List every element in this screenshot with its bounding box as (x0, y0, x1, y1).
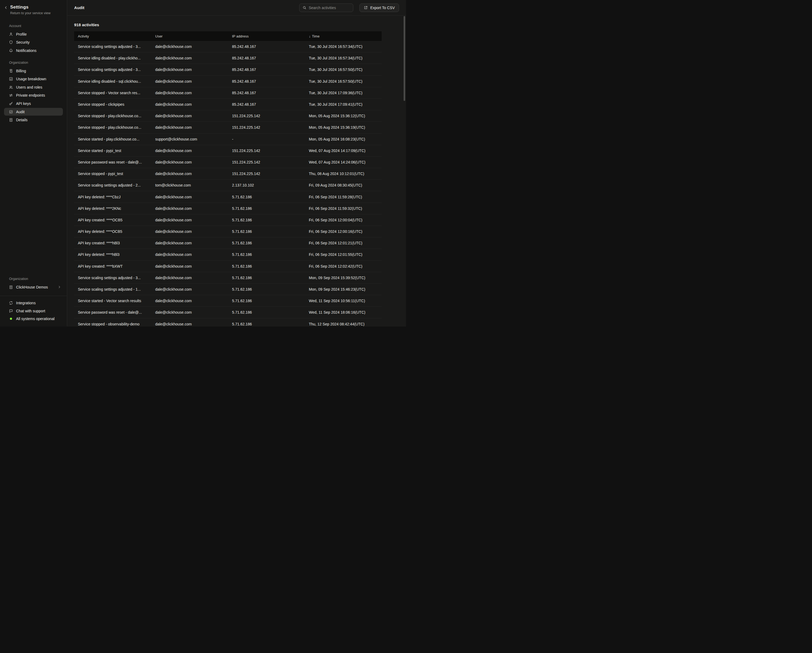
cell-user: dale@clickhouse.com (151, 241, 228, 245)
sidebar-item-notifications[interactable]: Notifications (4, 47, 63, 54)
cell-activity: API key deleted: ****CbzJ (74, 195, 151, 199)
cell-user: dale@clickhouse.com (151, 67, 228, 72)
sidebar-item-label: Private endpoints (16, 93, 45, 98)
sidebar-item-security[interactable]: Security (4, 38, 63, 46)
cell-ip-address: 85.242.48.167 (228, 91, 305, 95)
table-row: API key deleted: ****CbzJdale@clickhouse… (74, 191, 382, 203)
table-row: Service scaling settings adjusted - 1...… (74, 284, 382, 295)
export-csv-button[interactable]: Export To CSV (359, 3, 399, 12)
cell-activity: Service scaling settings adjusted - 2... (74, 183, 151, 187)
column-header-time[interactable]: ↓Time (305, 34, 382, 38)
cell-activity: Service password was reset - dale@... (74, 310, 151, 314)
cell-time: Mon, 05 Aug 2024 16:08:23(UTC) (305, 137, 382, 141)
cell-time: Tue, 30 Jul 2024 16:57:34(UTC) (305, 56, 382, 60)
cell-time: Mon, 09 Sep 2024 15:46:23(UTC) (305, 287, 382, 291)
sidebar-item-clickhouse-demos[interactable]: ClickHouse Demos (4, 283, 63, 291)
section-label-organization: Organization (9, 277, 67, 281)
table-row: API key deleted: ****hBl3dale@clickhouse… (74, 249, 382, 260)
sidebar-item-users-and-roles[interactable]: Users and roles (4, 83, 63, 91)
app-root: Settings Return to your service view Acc… (0, 0, 406, 326)
footer-item-all-systems-operational[interactable]: All systems operational (4, 315, 63, 322)
export-csv-label: Export To CSV (370, 6, 395, 10)
back-chevron-icon[interactable] (4, 6, 8, 9)
cell-time: Thu, 12 Sep 2024 08:42:44(UTC) (305, 322, 382, 326)
footer-item-label: Integrations (16, 301, 36, 305)
table-row: Service stopped - clickpipesdale@clickho… (74, 99, 382, 110)
status-dot (9, 317, 13, 321)
cell-user: dale@clickhouse.com (151, 287, 228, 291)
cell-time: Fri, 06 Sep 2024 11:59:28(UTC) (305, 195, 382, 199)
footer-item-integrations[interactable]: Integrations (4, 299, 63, 307)
cell-activity: Service scaling settings adjusted - 3... (74, 67, 151, 72)
topbar-actions: Export To CSV (299, 3, 399, 12)
table-row: Service scaling settings adjusted - 3...… (74, 272, 382, 284)
cell-time: Wed, 07 Aug 2024 14:24:06(UTC) (305, 160, 382, 164)
table-row: Service password was reset - dale@...dal… (74, 157, 382, 168)
sidebar-item-api-keys[interactable]: API keys (4, 100, 63, 108)
cell-user: dale@clickhouse.com (151, 91, 228, 95)
footer-item-label: All systems operational (16, 317, 55, 321)
user-icon (9, 32, 13, 37)
cell-activity: Service started - play.clickhouse.co... (74, 137, 151, 141)
cell-time: Mon, 05 Aug 2024 15:36:19(UTC) (305, 125, 382, 130)
sidebar-footer: IntegrationsChat with supportAll systems… (0, 296, 67, 326)
table-row: Service stopped - Vector search res...da… (74, 87, 382, 99)
main-panel: Audit Export To CSV 918 activities A (67, 0, 406, 326)
cell-time: Wed, 11 Sep 2024 10:56:11(UTC) (305, 299, 382, 303)
table-header-row: ActivityUserIP address↓Time (74, 31, 382, 41)
cell-ip-address: 2.137.10.102 (228, 183, 305, 187)
cell-activity: API key deleted: ****2KNc (74, 206, 151, 211)
sidebar-item-label: Notifications (16, 49, 37, 53)
column-header-label: User (155, 34, 162, 38)
cell-time: Thu, 08 Aug 2024 10:12:01(UTC) (305, 172, 382, 176)
column-header-activity[interactable]: Activity (74, 34, 151, 38)
cell-user: dale@clickhouse.com (151, 172, 228, 176)
sidebar-item-usage-breakdown[interactable]: Usage breakdown (4, 75, 63, 83)
cell-ip-address: 151.224.225.142 (228, 172, 305, 176)
cell-user: dale@clickhouse.com (151, 276, 228, 280)
sidebar-item-label: API keys (16, 101, 31, 106)
column-header-ip-address[interactable]: IP address (228, 34, 305, 38)
cell-time: Tue, 30 Jul 2024 17:09:36(UTC) (305, 91, 382, 95)
building-icon (9, 118, 13, 122)
sidebar-item-audit[interactable]: Audit (4, 108, 63, 116)
cell-user: dale@clickhouse.com (151, 56, 228, 60)
cell-activity: Service scaling settings adjusted - 1... (74, 287, 151, 291)
table-row: Service started - play.clickhouse.co...s… (74, 134, 382, 145)
building-icon (9, 285, 13, 289)
sidebar-item-billing[interactable]: Billing (4, 67, 63, 75)
activities-count: 918 activities (74, 23, 382, 27)
cell-time: Wed, 07 Aug 2024 14:17:09(UTC) (305, 148, 382, 153)
search-activities-input[interactable] (308, 6, 350, 10)
cell-time: Fri, 06 Sep 2024 12:01:55(UTC) (305, 252, 382, 257)
cell-activity: Service idling disabled - sql.clickhou..… (74, 79, 151, 84)
table-row: Service idling disabled - play.clickho..… (74, 52, 382, 64)
cell-time: Fri, 06 Sep 2024 12:02:42(UTC) (305, 264, 382, 269)
return-to-service-link[interactable]: Return to your service view (10, 11, 50, 15)
cell-user: dale@clickhouse.com (151, 148, 228, 153)
search-box[interactable] (299, 3, 353, 12)
cell-time: Tue, 30 Jul 2024 16:57:50(UTC) (305, 79, 382, 84)
footer-item-chat-with-support[interactable]: Chat with support (4, 307, 63, 315)
cell-activity: API key created: ****hBl3 (74, 241, 151, 245)
table-row: API key deleted: ****OCB5dale@clickhouse… (74, 226, 382, 237)
section-label-organization: Organization (9, 61, 67, 64)
cell-time: Wed, 11 Sep 2024 18:06:16(UTC) (305, 310, 382, 314)
cell-user: dale@clickhouse.com (151, 206, 228, 211)
vertical-scrollbar[interactable] (404, 16, 405, 101)
table-row: Service stopped - pypi_testdale@clickhou… (74, 168, 382, 180)
sidebar-item-profile[interactable]: Profile (4, 30, 63, 38)
audit-content: 918 activities ActivityUserIP address↓Ti… (67, 15, 406, 326)
sidebar-item-details[interactable]: Details (4, 116, 63, 124)
column-header-label: Activity (78, 34, 89, 38)
sidebar-item-private-endpoints[interactable]: Private endpoints (4, 92, 63, 99)
cell-activity: Service scaling settings adjusted - 3... (74, 276, 151, 280)
table-row: Service password was reset - dale@...dal… (74, 307, 382, 318)
cell-user: dale@clickhouse.com (151, 102, 228, 107)
cell-activity: Service stopped - Vector search res... (74, 91, 151, 95)
section-label-account: Account (9, 24, 67, 28)
cell-ip-address: 85.242.48.167 (228, 102, 305, 107)
column-header-user[interactable]: User (151, 34, 228, 38)
org-name-label: ClickHouse Demos (16, 285, 48, 289)
sidebar-item-label: Security (16, 40, 30, 44)
